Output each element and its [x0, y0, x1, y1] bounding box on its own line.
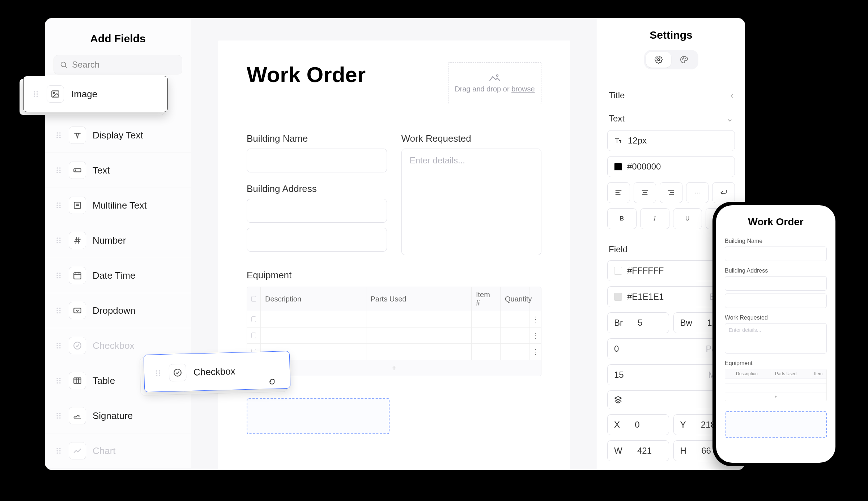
more-button[interactable]: ⋯ [686, 182, 709, 203]
drag-handle-icon[interactable] [55, 272, 62, 279]
checkbox-header[interactable] [251, 296, 256, 302]
drag-handle-icon[interactable] [55, 132, 62, 139]
align-right-button[interactable] [660, 182, 682, 203]
svg-point-17 [59, 202, 61, 204]
color-swatch [614, 293, 622, 301]
search-input[interactable]: Search [54, 55, 182, 74]
font-size-value: 12px [628, 136, 647, 146]
phone-building-address-input-2[interactable] [725, 294, 827, 308]
field-item-multiline-text[interactable]: Multiline Text [45, 188, 191, 223]
row-checkbox[interactable] [251, 333, 256, 338]
col-parts-used: Parts Used [366, 287, 472, 311]
border-radius-input[interactable]: Br 5 [607, 312, 669, 333]
drag-handle-icon[interactable] [55, 377, 62, 384]
drop-target-zone[interactable] [247, 398, 390, 434]
image-upload-dropzone[interactable]: Drag and drop or browse [448, 62, 541, 104]
field-item-display-text[interactable]: Display Text [45, 118, 191, 153]
equipment-table[interactable]: Description Parts Used Item # Quantity ⋮… [247, 287, 541, 376]
svg-point-102 [37, 95, 38, 97]
work-requested-placeholder: Enter details... [410, 155, 465, 165]
phone-building-name-input[interactable] [725, 247, 827, 261]
bold-button[interactable]: B [607, 208, 637, 229]
drag-handle-icon[interactable] [55, 167, 62, 174]
drag-handle-icon[interactable] [55, 447, 62, 454]
font-size-input[interactable]: 12px [607, 130, 735, 151]
text-color-input[interactable]: #000000 [607, 156, 735, 177]
svg-point-13 [59, 172, 61, 173]
drag-handle-icon[interactable] [154, 369, 162, 377]
svg-point-25 [56, 237, 58, 239]
field-label: Image [71, 89, 97, 100]
bg-color-value: #FFFFFF [627, 266, 664, 276]
phone-building-address-input-1[interactable] [725, 276, 827, 291]
drag-handle-icon[interactable] [55, 307, 62, 314]
section-text[interactable]: Text ⌄ [607, 107, 735, 130]
svg-point-69 [56, 413, 58, 414]
drag-handle-icon[interactable] [32, 90, 39, 98]
field-label: Signature [93, 410, 133, 421]
svg-point-71 [56, 415, 58, 416]
svg-point-58 [74, 342, 81, 349]
field-item-dropdown[interactable]: Dropdown [45, 293, 191, 328]
field-item-number[interactable]: Number [45, 223, 191, 258]
font-size-icon [614, 136, 623, 145]
phone-drop-target[interactable] [725, 411, 827, 438]
svg-point-16 [56, 202, 58, 204]
phone-work-requested-label: Work Requested [725, 314, 827, 321]
building-address-input-1[interactable] [247, 199, 387, 223]
wrap-button[interactable] [712, 182, 735, 203]
svg-point-107 [156, 372, 157, 374]
drag-handle-icon[interactable] [55, 342, 62, 349]
svg-point-104 [54, 93, 55, 94]
drag-handle-icon[interactable] [55, 412, 62, 419]
phone-add-row[interactable]: + [725, 393, 826, 401]
field-item-signature[interactable]: Signature [45, 398, 191, 433]
dragged-field-image[interactable]: Image [23, 76, 168, 112]
row-menu-icon[interactable]: ⋮ [529, 311, 541, 327]
phone-building-address-label: Building Address [725, 267, 827, 274]
col-item-no: Item # [472, 287, 501, 311]
svg-point-64 [59, 382, 61, 384]
svg-point-8 [56, 167, 58, 169]
drag-handle-icon[interactable] [55, 202, 62, 209]
canvas-area[interactable]: Work Order Drag and drop or browse Build… [191, 18, 597, 470]
border-color-value: #E1E1E1 [627, 292, 664, 302]
align-left-button[interactable] [607, 182, 630, 203]
field-item-date-time[interactable]: Date Time [45, 258, 191, 293]
field-item-text[interactable]: Text [45, 153, 191, 188]
italic-button[interactable]: I [640, 208, 669, 229]
width-input[interactable]: W 421 [607, 440, 669, 461]
phone-building-name-label: Building Name [725, 238, 827, 244]
building-address-input-2[interactable] [247, 228, 387, 252]
browse-link[interactable]: browse [511, 85, 535, 93]
section-title[interactable]: Title ‹ [607, 84, 735, 107]
row-menu-icon[interactable]: ⋮ [529, 327, 541, 343]
align-center-button[interactable] [634, 182, 656, 203]
phone-work-requested-textarea[interactable]: Enter details... [725, 323, 827, 354]
work-requested-textarea[interactable]: Enter details... [401, 149, 542, 255]
row-checkbox[interactable] [251, 316, 256, 322]
row-menu-icon[interactable]: ⋮ [529, 344, 541, 360]
svg-rect-41 [74, 273, 81, 279]
sidebar-title: Add Fields [45, 18, 191, 55]
text-field-icon [69, 162, 86, 179]
table-row[interactable]: ⋮ [247, 344, 541, 360]
drag-handle-icon[interactable] [55, 237, 62, 244]
table-row[interactable]: ⋮ [247, 327, 541, 344]
svg-point-5 [59, 134, 61, 136]
svg-point-20 [56, 207, 58, 208]
svg-point-60 [59, 378, 61, 379]
dragged-field-checkbox[interactable]: Checkbox [144, 351, 291, 393]
phone-equipment-table[interactable]: DescriptionParts UsedItem + [725, 369, 827, 401]
underline-button[interactable]: U [673, 208, 702, 229]
table-icon [69, 372, 86, 389]
settings-tab-properties[interactable] [646, 52, 671, 68]
add-row-button[interactable]: + [247, 360, 541, 376]
svg-point-57 [59, 347, 61, 348]
settings-tab-style[interactable] [671, 52, 697, 68]
table-row[interactable]: ⋮ [247, 311, 541, 327]
underline-icon: U [685, 215, 690, 222]
pos-x-input[interactable]: X 0 [607, 414, 669, 435]
building-name-input[interactable] [247, 149, 387, 172]
field-item-chart[interactable]: Chart [45, 433, 191, 468]
